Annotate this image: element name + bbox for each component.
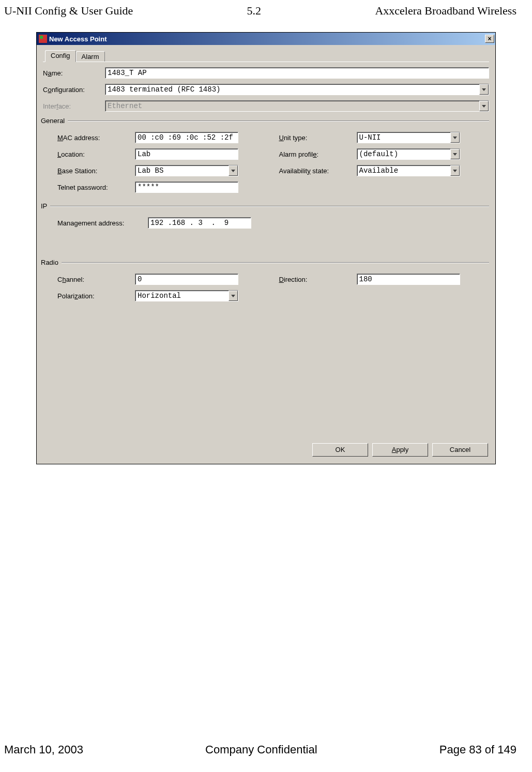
group-radio-content: Channel: 0 Polarization: Horizontal (43, 274, 489, 327)
chevron-down-icon[interactable] (229, 291, 238, 301)
header-mid: 5.2 (247, 4, 262, 18)
label-channel: Channel: (57, 276, 135, 283)
unit-type-combo[interactable]: U-NII (357, 132, 460, 143)
row-interface: Interface: Ethernet (43, 100, 489, 112)
label-unit-type: Unit type: (279, 134, 357, 142)
group-radio: Radio (41, 259, 489, 266)
channel-input[interactable]: 0 (135, 274, 238, 285)
group-radio-title: Radio (41, 259, 58, 266)
polarization-combo[interactable]: Horizontal (135, 290, 238, 301)
name-input[interactable]: 1483_T AP (105, 67, 489, 79)
divider (62, 262, 489, 263)
label-alarm-profile: Alarm profile: (279, 150, 357, 158)
chevron-down-icon[interactable] (450, 132, 460, 143)
group-ip: IP (41, 202, 489, 210)
chevron-down-icon (479, 101, 489, 111)
header-left: U-NII Config & User Guide (4, 4, 133, 18)
divider (68, 120, 489, 122)
group-ip-content: Management address: 192 .168 . 3 . 9 (43, 217, 489, 254)
chevron-down-icon[interactable] (479, 84, 489, 95)
dialog-body: Config Alarm Name: 1483_T AP Configurati… (37, 45, 495, 464)
label-polarization: Polarization: (57, 292, 135, 300)
label-telnet: Telnet password: (57, 184, 135, 191)
polarization-value: Horizontal (135, 291, 229, 301)
header-right: Axxcelera Broadband Wireless (375, 4, 516, 18)
group-general: General (41, 117, 489, 125)
group-ip-title: IP (41, 202, 47, 210)
row-telnet: Telnet password: ***** (57, 181, 265, 193)
row-name: Name: 1483_T AP (43, 67, 489, 79)
location-input[interactable]: Lab (135, 148, 238, 160)
button-row: OK Apply Cancel (312, 443, 488, 457)
cancel-button[interactable]: Cancel (432, 443, 488, 457)
row-unit-type: Unit type: U-NII (279, 132, 487, 143)
row-management-address: Management address: 192 .168 . 3 . 9 (57, 217, 486, 229)
close-button[interactable]: × (485, 35, 494, 43)
row-configuration: Configuration: 1483 terminated (RFC 1483… (43, 84, 489, 95)
row-direction: Direction: 180 (279, 274, 487, 285)
direction-input[interactable]: 180 (357, 274, 460, 285)
label-name: Name: (43, 69, 105, 77)
row-location: Location: Lab (57, 148, 265, 160)
base-station-combo[interactable]: Lab BS (135, 165, 238, 176)
footer-mid: Company Confidential (205, 743, 317, 756)
configuration-value: 1483 terminated (RFC 1483) (105, 84, 479, 95)
group-general-title: General (41, 117, 65, 125)
label-interface: Interface: (43, 102, 105, 110)
interface-value: Ethernet (105, 101, 479, 111)
configuration-combo[interactable]: 1483 terminated (RFC 1483) (105, 84, 489, 95)
apply-button[interactable]: Apply (372, 443, 428, 457)
availability-value: Available (357, 165, 450, 176)
row-base-station: Base Station: Lab BS (57, 165, 265, 176)
mac-input[interactable]: 00 :c0 :69 :0c :52 :2f (135, 132, 238, 143)
label-configuration: Configuration: (43, 86, 105, 94)
divider (50, 206, 489, 207)
availability-combo[interactable]: Available (357, 165, 460, 176)
label-mac: MAC address: (57, 134, 135, 142)
label-management-address: Management address: (57, 219, 148, 227)
footer-left: March 10, 2003 (4, 743, 83, 756)
label-direction: Direction: (279, 276, 357, 283)
label-availability: Availability state: (279, 167, 357, 175)
tab-panel-config: Name: 1483_T AP Configuration: 1483 term… (43, 62, 489, 327)
label-location: Location: (57, 150, 135, 158)
chevron-down-icon[interactable] (450, 165, 460, 176)
row-mac: MAC address: 00 :c0 :69 :0c :52 :2f (57, 132, 265, 143)
unit-type-value: U-NII (357, 132, 450, 143)
base-station-value: Lab BS (135, 165, 229, 176)
chevron-down-icon[interactable] (229, 165, 238, 176)
row-availability: Availability state: Available (279, 165, 487, 176)
alarm-profile-value: (default) (357, 149, 450, 159)
page-footer: March 10, 2003 Company Confidential Page… (4, 743, 516, 756)
management-address-input[interactable]: 192 .168 . 3 . 9 (148, 217, 251, 229)
titlebar: New Access Point × (37, 33, 495, 45)
tab-config[interactable]: Config (45, 50, 76, 62)
app-icon (39, 35, 47, 43)
row-channel: Channel: 0 (57, 274, 265, 285)
group-general-content: MAC address: 00 :c0 :69 :0c :52 :2f Loca… (43, 132, 489, 198)
window-title: New Access Point (49, 35, 485, 43)
page-header: U-NII Config & User Guide 5.2 Axxcelera … (0, 0, 532, 22)
label-base-station: Base Station: (57, 167, 135, 175)
dialog-window: New Access Point × Config Alarm Name: 14… (36, 32, 496, 464)
footer-right: Page 83 of 149 (439, 743, 516, 756)
tab-bar: Config Alarm (45, 50, 489, 62)
chevron-down-icon[interactable] (450, 149, 460, 159)
tab-alarm[interactable]: Alarm (76, 51, 105, 62)
telnet-input[interactable]: ***** (135, 181, 238, 193)
ok-button[interactable]: OK (312, 443, 368, 457)
alarm-profile-combo[interactable]: (default) (357, 148, 460, 160)
row-alarm-profile: Alarm profile: (default) (279, 148, 487, 160)
interface-combo: Ethernet (105, 100, 489, 112)
row-polarization: Polarization: Horizontal (57, 290, 265, 301)
